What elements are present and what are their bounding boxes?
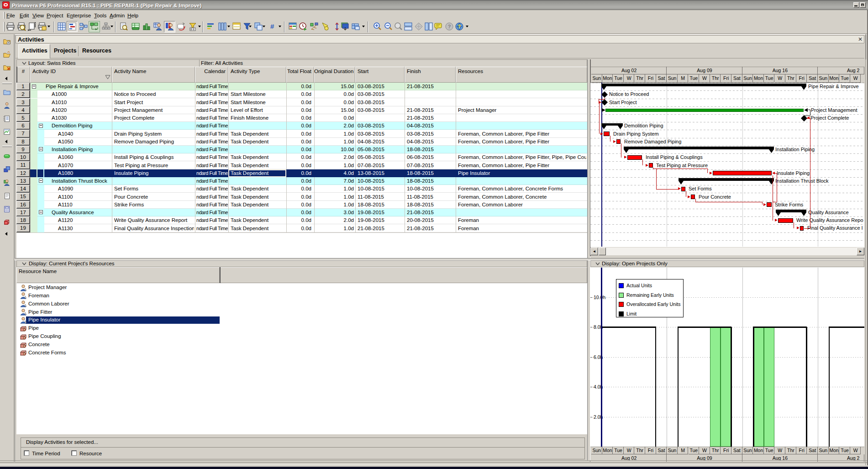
- svg-text:?: ?: [458, 24, 461, 29]
- svg-text:?: ?: [448, 24, 451, 29]
- svg-text:R: R: [25, 329, 26, 331]
- svg-text:R: R: [25, 345, 26, 347]
- svg-text:R: R: [25, 353, 26, 355]
- svg-text:R: R: [25, 337, 26, 339]
